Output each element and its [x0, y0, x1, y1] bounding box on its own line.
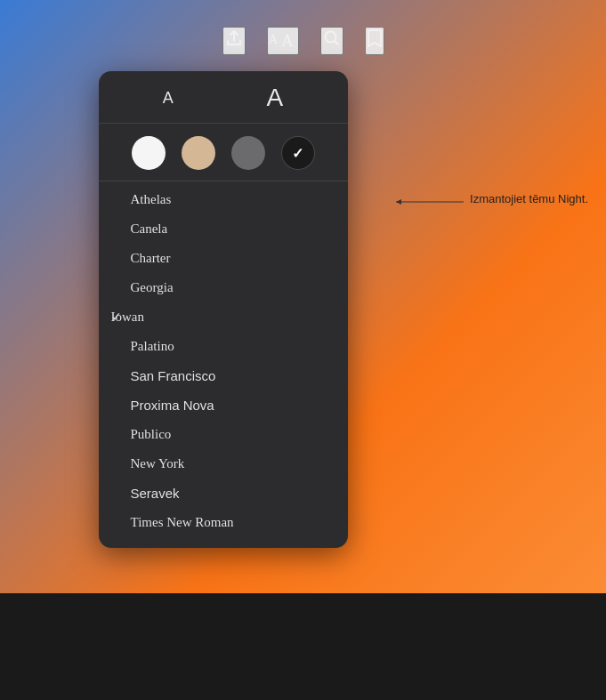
font-item-iowan[interactable]: ✓ Iowan — [99, 302, 348, 332]
font-item-canela[interactable]: Canela — [99, 214, 348, 244]
gray-theme-button[interactable] — [231, 136, 265, 170]
font-name-publico: Publico — [131, 425, 172, 444]
svg-marker-4 — [396, 199, 401, 205]
svg-text:A: A — [269, 33, 279, 46]
font-item-times-new-roman[interactable]: Times New Roman — [99, 508, 348, 537]
font-name-new-york: New York — [131, 455, 185, 473]
toolbar: A A — [222, 27, 384, 55]
font-name-seravek: Seravek — [131, 484, 180, 503]
font-item-athelas[interactable]: Athelas — [99, 185, 348, 214]
font-size-row: A A — [99, 71, 348, 124]
font-name-proxima-nova: Proxima Nova — [131, 396, 214, 414]
font-name-canela: Canela — [131, 220, 168, 238]
svg-text:A: A — [281, 31, 294, 48]
font-name-san-francisco: San Francisco — [131, 366, 216, 385]
font-item-palatino[interactable]: Palatino — [99, 332, 348, 361]
font-size-button[interactable]: A A — [267, 27, 299, 55]
font-name-times-new-roman: Times New Roman — [131, 513, 234, 532]
font-list: Athelas Canela Charter Georgia ✓ Iowan P… — [99, 181, 348, 541]
decrease-font-button[interactable]: A — [163, 89, 174, 108]
themes-row: ✓ — [99, 124, 348, 181]
iowan-checkmark: ✓ — [111, 309, 122, 326]
font-item-san-francisco[interactable]: San Francisco — [99, 361, 348, 390]
search-button[interactable] — [320, 27, 343, 55]
font-item-new-york[interactable]: New York — [99, 449, 348, 479]
background-bottom — [0, 593, 606, 700]
night-theme-button[interactable]: ✓ — [281, 136, 315, 170]
night-theme-checkmark: ✓ — [292, 145, 303, 162]
annotation-arrow — [392, 193, 473, 211]
font-name-athelas: Athelas — [131, 190, 172, 209]
font-item-proxima-nova[interactable]: Proxima Nova — [99, 390, 348, 420]
increase-font-button[interactable]: A — [266, 84, 283, 112]
bookmark-button[interactable] — [365, 27, 384, 55]
annotation: Izmantojiet tēmu Night. — [470, 191, 588, 207]
font-settings-popover: A A ✓ Athelas Canela Charter Georgia ✓ I… — [99, 71, 348, 548]
font-name-charter: Charter — [131, 249, 171, 268]
font-name-palatino: Palatino — [131, 337, 174, 356]
font-item-publico[interactable]: Publico — [99, 420, 348, 449]
annotation-text: Izmantojiet tēmu Night. — [470, 191, 588, 207]
sepia-theme-button[interactable] — [182, 136, 215, 170]
font-name-georgia: Georgia — [131, 278, 174, 297]
font-item-charter[interactable]: Charter — [99, 244, 348, 273]
font-item-seravek[interactable]: Seravek — [99, 479, 348, 508]
share-button[interactable] — [222, 27, 246, 55]
white-theme-button[interactable] — [132, 136, 166, 170]
font-item-georgia[interactable]: Georgia — [99, 273, 348, 302]
